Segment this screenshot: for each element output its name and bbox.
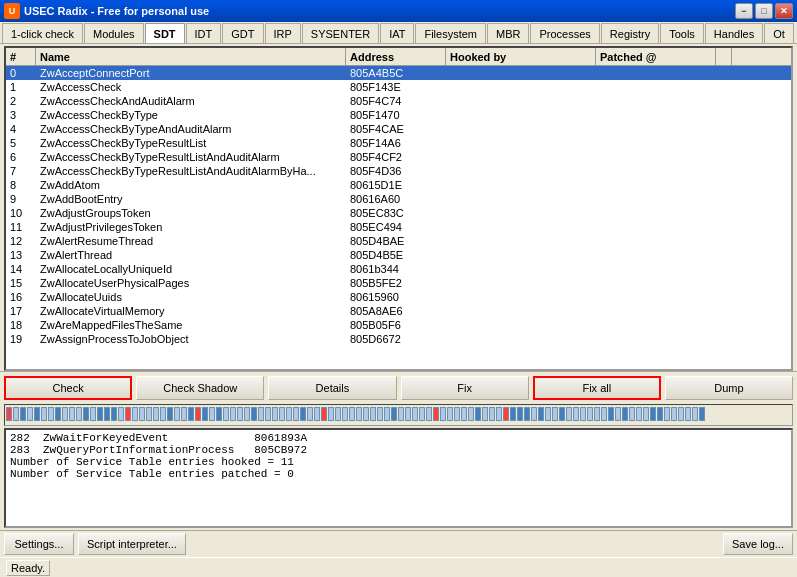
tab-tools[interactable]: Tools [660,23,704,43]
cell-patched [596,248,716,261]
cell-num: 4 [6,122,36,135]
maximize-button[interactable]: □ [755,3,773,19]
bitmap-cell [118,407,124,421]
bitmap-cell [615,407,621,421]
title-bar: U USEC Radix - Free for personal use − □… [0,0,797,22]
bitmap-cell [412,407,418,421]
sdt-table: # Name Address Hooked by Patched @ 0 ZwA… [4,46,793,371]
tab-modules[interactable]: Modules [84,23,144,43]
table-row[interactable]: 17 ZwAllocateVirtualMemory 805A8AE6 [6,304,791,318]
bitmap-cell [251,407,257,421]
bitmap-cell [279,407,285,421]
bitmap-cell [482,407,488,421]
bitmap-cell [566,407,572,421]
cell-name: ZwAccessCheckByType [36,108,346,121]
tab-idt[interactable]: IDT [186,23,222,43]
col-address: Address [346,48,446,65]
bitmap-strip [4,404,793,426]
cell-name: ZwAlertThread [36,248,346,261]
table-row[interactable]: 15 ZwAllocateUserPhysicalPages 805B5FE2 [6,276,791,290]
check-button[interactable]: Check [4,376,132,400]
cell-num: 13 [6,248,36,261]
cell-address: 805A8AE6 [346,304,446,317]
tab-filesystem[interactable]: Filesystem [415,23,486,43]
bitmap-cell [671,407,677,421]
table-row[interactable]: 4 ZwAccessCheckByTypeAndAuditAlarm 805F4… [6,122,791,136]
table-row[interactable]: 16 ZwAllocateUuids 80615960 [6,290,791,304]
tab-processes[interactable]: Processes [530,23,599,43]
save-log-button[interactable]: Save log... [723,533,793,555]
close-button[interactable]: ✕ [775,3,793,19]
cell-patched [596,220,716,233]
check-shadow-button[interactable]: Check Shadow [136,376,264,400]
bitmap-cell [629,407,635,421]
bitmap-cell [440,407,446,421]
tab-sysenter[interactable]: SYSENTER [302,23,379,43]
cell-num: 6 [6,150,36,163]
settings-button[interactable]: Settings... [4,533,74,555]
bitmap-cell [27,407,33,421]
bitmap-cell [20,407,26,421]
cell-hooked [446,220,596,233]
table-row[interactable]: 2 ZwAccessCheckAndAuditAlarm 805F4C74 [6,94,791,108]
bitmap-cell [167,407,173,421]
cell-num: 10 [6,206,36,219]
cell-name: ZwAccessCheckByTypeAndAuditAlarm [36,122,346,135]
cell-address: 805F1470 [346,108,446,121]
table-row[interactable]: 7 ZwAccessCheckByTypeResultListAndAuditA… [6,164,791,178]
table-row[interactable]: 14 ZwAllocateLocallyUniqueId 8061b344 [6,262,791,276]
bitmap-cell [76,407,82,421]
tab-mbr[interactable]: MBR [487,23,529,43]
minimize-button[interactable]: − [735,3,753,19]
log-entries: 282 ZwWaitForKeyedEvent 8061893A283 ZwQu… [6,430,791,526]
log-entry: 283 ZwQueryPortInformationProcess 805CB9… [10,444,787,456]
table-row[interactable]: 0 ZwAcceptConnectPort 805A4B5C [6,66,791,80]
bitmap-cell [132,407,138,421]
cell-hooked [446,318,596,331]
table-row[interactable]: 1 ZwAccessCheck 805F143E [6,80,791,94]
cell-address: 805B5FE2 [346,276,446,289]
cell-hooked [446,164,596,177]
cell-patched [596,108,716,121]
details-button[interactable]: Details [268,376,396,400]
bitmap-cell [489,407,495,421]
tab-irp[interactable]: IRP [265,23,301,43]
cell-name: ZwAccessCheckByTypeResultListAndAuditAla… [36,150,346,163]
cell-hooked [446,108,596,121]
table-row[interactable]: 13 ZwAlertThread 805D4B5E [6,248,791,262]
fix-button[interactable]: Fix [401,376,529,400]
tab-ot[interactable]: Ot [764,23,794,43]
tab-registry[interactable]: Registry [601,23,659,43]
tab-gdt[interactable]: GDT [222,23,263,43]
table-row[interactable]: 19 ZwAssignProcessToJobObject 805D6672 [6,332,791,346]
script-interpreter-button[interactable]: Script interpreter... [78,533,186,555]
cell-num: 9 [6,192,36,205]
col-scroll [716,48,732,65]
bitmap-cell [314,407,320,421]
cell-address: 8061b344 [346,262,446,275]
log-entry: Number of Service Table entries hooked =… [10,456,787,468]
table-row[interactable]: 3 ZwAccessCheckByType 805F1470 [6,108,791,122]
tab-handles[interactable]: Handles [705,23,763,43]
table-row[interactable]: 11 ZwAdjustPrivilegesToken 805EC494 [6,220,791,234]
tab-iat[interactable]: IAT [380,23,414,43]
dump-button[interactable]: Dump [665,376,793,400]
table-row[interactable]: 12 ZwAlertResumeThread 805D4BAE [6,234,791,248]
table-row[interactable]: 5 ZwAccessCheckByTypeResultList 805F14A6 [6,136,791,150]
cell-hooked [446,66,596,79]
table-row[interactable]: 8 ZwAddAtom 80615D1E [6,178,791,192]
tab-sdt[interactable]: SDT [145,23,185,43]
table-row[interactable]: 6 ZwAccessCheckByTypeResultListAndAuditA… [6,150,791,164]
cell-num: 16 [6,290,36,303]
fix-all-button[interactable]: Fix all [533,376,661,400]
cell-address: 805F4CAE [346,122,446,135]
bitmap-cell [552,407,558,421]
bitmap-cell [335,407,341,421]
table-row[interactable]: 18 ZwAreMappedFilesTheSame 805B05F6 [6,318,791,332]
table-body[interactable]: 0 ZwAcceptConnectPort 805A4B5C 1 ZwAcces… [6,66,791,369]
table-row[interactable]: 9 ZwAddBootEntry 80616A60 [6,192,791,206]
bitmap-cell [272,407,278,421]
table-row[interactable]: 10 ZwAdjustGroupsToken 805EC83C [6,206,791,220]
bitmap-cell [678,407,684,421]
tab-1click[interactable]: 1-click check [2,23,83,43]
